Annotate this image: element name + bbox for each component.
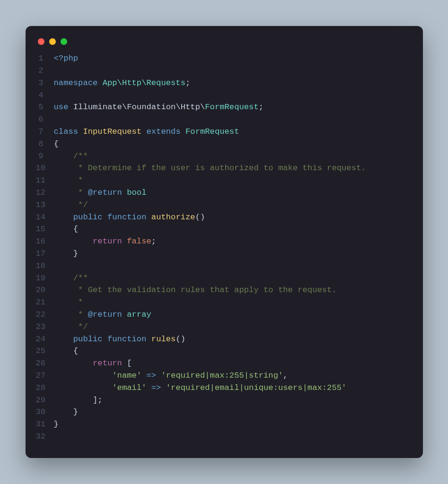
zoom-icon[interactable]: [61, 38, 67, 45]
rule-val-name: 'required|max:255|string': [161, 371, 283, 380]
line-number: 9: [36, 150, 54, 163]
line-number: 31: [36, 418, 54, 431]
bracket-close: ];: [54, 396, 103, 405]
line-number: 11: [36, 174, 54, 187]
line-number: 4: [36, 89, 54, 102]
line-number: 14: [36, 211, 54, 224]
parent-class: FormRequest: [185, 127, 239, 136]
bracket-open: [: [122, 359, 132, 368]
brace-close: }: [54, 249, 79, 258]
fat-arrow: =>: [141, 371, 161, 380]
line-number: 24: [36, 333, 54, 346]
literal-false: false: [127, 237, 151, 246]
comma: ,: [283, 371, 288, 380]
doc-comment: *: [54, 188, 88, 197]
line-number: 29: [36, 394, 54, 406]
keyword-use: use: [54, 103, 69, 112]
rule-val-email: 'required|email|unique:users|max:255': [166, 383, 347, 392]
doc-space: [122, 310, 127, 319]
line-number: 22: [36, 309, 54, 321]
brace-open: {: [54, 139, 59, 148]
parens: (): [176, 335, 185, 344]
doc-type: array: [127, 310, 151, 319]
brace-close: }: [54, 407, 79, 416]
brace-close: }: [54, 420, 59, 429]
keyword-extends: extends: [147, 127, 181, 136]
line-number: 26: [36, 357, 54, 370]
line-number: 13: [36, 199, 54, 211]
keyword-class: class: [54, 127, 79, 136]
class-name: InputRequest: [83, 127, 141, 136]
method-authorize: authorize: [151, 213, 195, 222]
doc-comment: /**: [54, 274, 88, 283]
fat-arrow: =>: [146, 383, 166, 392]
brace-open: {: [54, 346, 79, 355]
keyword-function: function: [107, 213, 147, 222]
semicolon: ;: [259, 103, 264, 112]
line-number: 7: [36, 126, 54, 138]
line-number: 12: [36, 187, 54, 199]
line-number: 25: [36, 345, 54, 357]
keyword-function: function: [107, 335, 147, 344]
doc-comment: */: [54, 322, 88, 331]
rule-key-email: 'email': [112, 383, 146, 392]
line-number: 27: [36, 370, 54, 382]
use-path: Illuminate\Foundation\Http\: [73, 103, 205, 112]
keyword-namespace: namespace: [54, 78, 98, 87]
line-number: 20: [36, 284, 54, 296]
doc-comment: *: [54, 176, 83, 185]
line-number: 5: [36, 101, 54, 113]
namespace-path: App\Http\Requests: [103, 78, 185, 87]
php-open-tag: <?php: [54, 54, 79, 63]
semicolon: ;: [151, 237, 156, 246]
doc-comment: * Determine if the user is authorized to…: [54, 164, 366, 173]
line-number: 17: [36, 248, 54, 260]
traffic-lights: [36, 36, 410, 52]
doc-annotation: @return: [88, 310, 122, 319]
line-number: 3: [36, 77, 54, 89]
doc-type: bool: [127, 188, 146, 197]
line-number: 19: [36, 272, 54, 285]
line-number: 21: [36, 296, 54, 309]
line-number: 23: [36, 321, 54, 333]
rule-key-name: 'name': [112, 371, 141, 380]
line-number: 8: [36, 138, 54, 150]
line-number: 32: [36, 431, 54, 443]
line-number: 18: [36, 260, 54, 272]
parens: (): [195, 213, 205, 222]
keyword-return: return: [93, 359, 122, 368]
code-window: 1<?php 2 3namespace App\Http\Requests; 4…: [26, 26, 423, 458]
doc-comment: *: [54, 310, 88, 319]
line-number: 15: [36, 223, 54, 235]
close-icon[interactable]: [38, 38, 44, 45]
doc-comment: */: [54, 200, 88, 209]
doc-comment: *: [54, 298, 83, 307]
keyword-return: return: [93, 237, 122, 246]
minimize-icon[interactable]: [49, 38, 56, 45]
code-block: 1<?php 2 3namespace App\Http\Requests; 4…: [36, 52, 410, 443]
keyword-public: public: [73, 335, 103, 344]
doc-comment: /**: [54, 152, 88, 161]
use-class: FormRequest: [205, 103, 258, 112]
method-rules: rules: [151, 335, 176, 344]
semicolon: ;: [185, 78, 190, 87]
doc-comment: * Get the validation rules that apply to…: [54, 285, 337, 294]
doc-annotation: @return: [88, 188, 122, 197]
line-number: 16: [36, 235, 54, 248]
line-number: 30: [36, 406, 54, 418]
line-number: 6: [36, 113, 54, 126]
line-number: 2: [36, 65, 54, 77]
keyword-public: public: [73, 213, 103, 222]
line-number: 28: [36, 382, 54, 394]
line-number: 1: [36, 52, 54, 65]
brace-open: {: [54, 225, 79, 233]
doc-space: [122, 188, 127, 197]
line-number: 10: [36, 162, 54, 174]
